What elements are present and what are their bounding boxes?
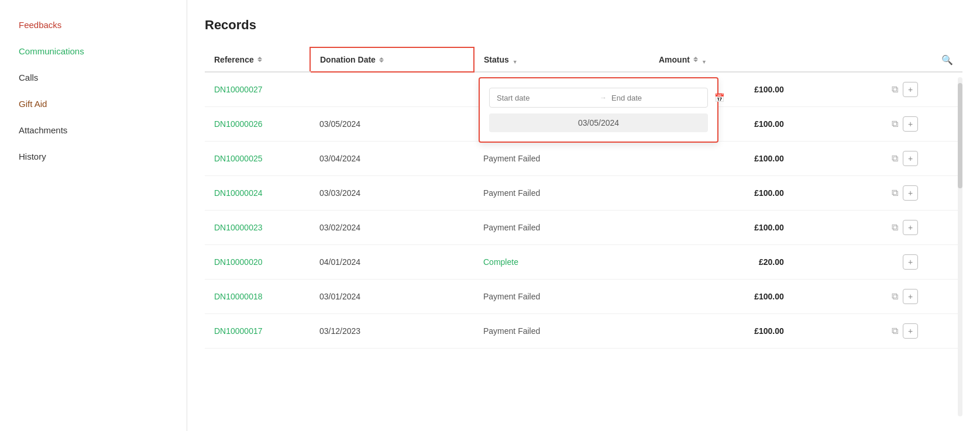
table-row: DN10000023 03/02/2024 Payment Failed £10…: [205, 211, 962, 245]
sidebar: Feedbacks Communications Calls Gift Aid …: [0, 0, 187, 431]
status-badge-5: Complete: [483, 257, 518, 267]
cell-reference-0: DN10000027: [205, 72, 310, 107]
records-table-container: → 📅 03/05/2024 Reference: [205, 47, 962, 349]
table-row: DN10000020 04/01/2024 Complete £20.00 +: [205, 245, 962, 280]
cell-date-2: 03/04/2024: [310, 142, 474, 176]
reference-sort-icon[interactable]: [257, 57, 262, 62]
add-button-5[interactable]: +: [903, 254, 918, 270]
reference-link-0[interactable]: DN10000027: [214, 85, 263, 94]
status-badge-3: Payment Failed: [483, 188, 540, 198]
add-button-2[interactable]: +: [903, 151, 918, 166]
cell-date-5: 04/01/2024: [310, 245, 474, 280]
table-row: DN10000018 03/01/2024 Payment Failed £10…: [205, 280, 962, 314]
copy-icon[interactable]: ⧉: [892, 153, 898, 164]
status-filter-icon[interactable]: [513, 56, 521, 63]
cell-actions-1: ⧉ +: [793, 107, 927, 142]
scrollbar-thumb[interactable]: [958, 83, 962, 188]
reference-link-6[interactable]: DN10000018: [214, 292, 263, 301]
copy-icon[interactable]: ⧉: [892, 119, 898, 129]
col-amount: Amount: [649, 47, 927, 72]
cell-reference-1: DN10000026: [205, 107, 310, 142]
status-badge-7: Payment Failed: [483, 326, 540, 336]
col-status: Status: [474, 47, 649, 72]
reference-link-3[interactable]: DN10000024: [214, 188, 263, 198]
copy-icon[interactable]: ⧉: [892, 291, 898, 302]
cell-status-4: Payment Failed: [474, 211, 649, 245]
cell-reference-4: DN10000023: [205, 211, 310, 245]
reference-link-7[interactable]: DN10000017: [214, 326, 263, 336]
cell-status-6: Payment Failed: [474, 280, 649, 314]
cell-date-4: 03/02/2024: [310, 211, 474, 245]
table-search-icon[interactable]: 🔍: [941, 54, 953, 65]
reference-link-1[interactable]: DN10000026: [214, 119, 263, 129]
cell-reference-2: DN10000025: [205, 142, 310, 176]
copy-icon[interactable]: ⧉: [892, 222, 898, 233]
cell-reference-5: DN10000020: [205, 245, 310, 280]
main-content: Records → 📅 03/05/2024 Reference: [187, 0, 980, 431]
end-date-input[interactable]: [611, 94, 710, 102]
col-donation-date: Donation Date: [310, 47, 474, 72]
cell-actions-4: ⧉ +: [793, 211, 927, 245]
add-button-7[interactable]: +: [903, 323, 918, 339]
scrollbar[interactable]: [958, 77, 962, 416]
start-date-input[interactable]: [497, 94, 595, 102]
cell-date-0: [310, 72, 474, 107]
cell-actions-0: ⧉ +: [793, 72, 927, 107]
cell-date-7: 03/12/2023: [310, 314, 474, 349]
cell-actions-5: +: [793, 245, 927, 280]
cell-reference-7: DN10000017: [205, 314, 310, 349]
cell-amount-2: £100.00: [649, 142, 793, 176]
sidebar-item-feedbacks[interactable]: Feedbacks: [0, 12, 187, 38]
copy-icon[interactable]: ⧉: [892, 84, 898, 95]
reference-link-4[interactable]: DN10000023: [214, 223, 263, 232]
add-button-4[interactable]: +: [903, 220, 918, 235]
table-row: DN10000024 03/03/2024 Payment Failed £10…: [205, 176, 962, 211]
cell-actions-3: ⧉ +: [793, 176, 927, 211]
status-badge-2: Payment Failed: [483, 154, 540, 163]
add-button-0[interactable]: +: [903, 82, 918, 97]
cell-status-2: Payment Failed: [474, 142, 649, 176]
table-row: DN10000017 03/12/2023 Payment Failed £10…: [205, 314, 962, 349]
reference-link-5[interactable]: DN10000020: [214, 257, 263, 267]
cell-date-1: 03/05/2024: [310, 107, 474, 142]
sidebar-item-communications[interactable]: Communications: [0, 38, 187, 64]
cell-date-6: 03/01/2024: [310, 280, 474, 314]
date-suggestion[interactable]: 03/05/2024: [489, 113, 708, 132]
col-search: 🔍: [927, 47, 962, 72]
donation-date-sort-icon[interactable]: [379, 57, 384, 63]
cell-reference-3: DN10000024: [205, 176, 310, 211]
amount-filter-icon[interactable]: [702, 56, 710, 63]
table-row: DN10000025 03/04/2024 Payment Failed £10…: [205, 142, 962, 176]
status-badge-6: Payment Failed: [483, 292, 540, 301]
sidebar-item-calls[interactable]: Calls: [0, 64, 187, 91]
cell-reference-6: DN10000018: [205, 280, 310, 314]
amount-sort-icon[interactable]: [693, 57, 698, 62]
calendar-icon[interactable]: 📅: [714, 93, 724, 102]
cell-amount-3: £100.00: [649, 176, 793, 211]
cell-amount-6: £100.00: [649, 280, 793, 314]
copy-icon[interactable]: ⧉: [892, 188, 898, 198]
status-badge-4: Payment Failed: [483, 223, 540, 232]
col-reference: Reference: [205, 47, 310, 72]
reference-link-2[interactable]: DN10000025: [214, 154, 263, 163]
cell-actions-7: ⧉ +: [793, 314, 927, 349]
cell-date-3: 03/03/2024: [310, 176, 474, 211]
cell-status-7: Payment Failed: [474, 314, 649, 349]
date-range-arrow: →: [600, 94, 607, 102]
sidebar-item-attachments[interactable]: Attachments: [0, 117, 187, 143]
date-range-inputs[interactable]: → 📅: [489, 88, 708, 108]
cell-status-3: Payment Failed: [474, 176, 649, 211]
cell-amount-7: £100.00: [649, 314, 793, 349]
sidebar-item-gift-aid[interactable]: Gift Aid: [0, 91, 187, 117]
sidebar-item-history[interactable]: History: [0, 143, 187, 170]
cell-amount-5: £20.00: [649, 245, 793, 280]
cell-status-5: Complete: [474, 245, 649, 280]
copy-icon[interactable]: ⧉: [892, 326, 898, 336]
cell-amount-4: £100.00: [649, 211, 793, 245]
page-title: Records: [205, 18, 962, 33]
date-filter-dropdown: → 📅 03/05/2024: [479, 77, 718, 143]
add-button-3[interactable]: +: [903, 185, 918, 201]
add-button-6[interactable]: +: [903, 289, 918, 304]
add-button-1[interactable]: +: [903, 116, 918, 132]
cell-actions-6: ⧉ +: [793, 280, 927, 314]
